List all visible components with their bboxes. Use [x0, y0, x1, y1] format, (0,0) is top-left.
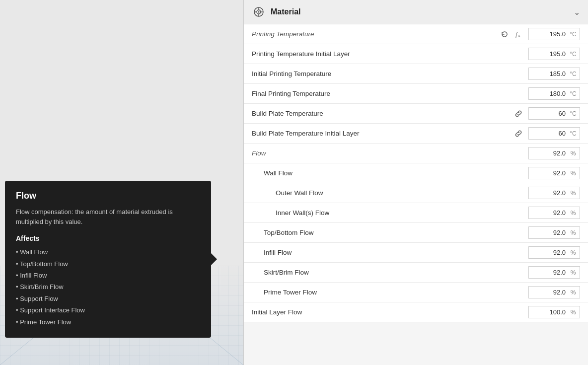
input-wrapper: % [528, 187, 580, 199]
settings-label: Outer Wall Flow [252, 189, 528, 197]
settings-row: Final Printing Temperature°C [244, 84, 588, 104]
settings-label: Build Plate Temperature Initial Layer [252, 130, 513, 137]
unit-label: % [569, 247, 580, 258]
settings-row: Wall Flow% [244, 163, 588, 183]
settings-label: Skirt/Brim Flow [252, 269, 528, 276]
row-actions [513, 108, 524, 120]
settings-label: Initial Layer Flow [252, 308, 528, 316]
link-icon[interactable] [513, 108, 524, 120]
link-icon[interactable] [513, 128, 524, 140]
section-title-material: Material [271, 7, 574, 16]
settings-panel: Material ⌄ Printing Temperature f x °CPr… [243, 0, 588, 365]
settings-row: Printing Temperature Initial Layer°C [244, 44, 588, 64]
settings-label: Build Plate Temperature [252, 110, 513, 117]
settings-label: Prime Tower Flow [252, 289, 528, 296]
tooltip-affects-item: Top/Bottom Flow [16, 258, 200, 270]
tooltip-description: Flow compensation: the amount of materia… [16, 207, 200, 226]
settings-row: Build Plate Temperature Initial Layer °C [244, 124, 588, 144]
settings-label: Inner Wall(s) Flow [252, 209, 528, 217]
settings-label: Flow [252, 149, 528, 157]
settings-row: Build Plate Temperature °C [244, 104, 588, 124]
unit-label: % [569, 287, 580, 298]
chevron-down-icon: ⌄ [574, 7, 580, 17]
input-wrapper: % [528, 207, 580, 219]
settings-label: Initial Printing Temperature [252, 70, 528, 77]
input-wrapper: % [528, 147, 580, 159]
tooltip-affects-item: Wall Flow [16, 246, 200, 258]
settings-label: Printing Temperature [252, 30, 499, 38]
input-wrapper: % [528, 266, 580, 279]
input-wrapper: °C [528, 107, 580, 120]
value-input[interactable] [529, 227, 569, 238]
settings-row: Flow% [244, 144, 588, 163]
input-wrapper: % [528, 286, 580, 298]
settings-row: Infill Flow% [244, 243, 588, 263]
value-input[interactable] [529, 267, 569, 278]
settings-rows-container: Printing Temperature f x °CPrinting Temp… [244, 24, 588, 322]
unit-label: °C [569, 128, 580, 139]
value-input[interactable] [529, 207, 569, 219]
unit-label: % [569, 208, 580, 219]
unit-label: % [569, 227, 580, 238]
settings-label: Final Printing Temperature [252, 90, 528, 97]
settings-row: Initial Layer Flow% [244, 302, 588, 322]
material-icon [252, 5, 266, 19]
value-input[interactable] [529, 68, 569, 79]
settings-row: Initial Printing Temperature°C [244, 64, 588, 84]
unit-label: °C [569, 88, 580, 99]
value-input[interactable] [529, 128, 569, 139]
settings-label: Wall Flow [252, 169, 528, 177]
settings-label: Infill Flow [252, 249, 528, 256]
input-wrapper: % [528, 226, 580, 239]
input-wrapper: % [528, 167, 580, 179]
settings-row: Inner Wall(s) Flow% [244, 203, 588, 223]
value-input[interactable] [529, 247, 569, 258]
value-input[interactable] [529, 48, 569, 60]
input-wrapper: °C [528, 48, 580, 60]
formula-icon[interactable]: f x [513, 28, 524, 40]
input-wrapper: % [528, 246, 580, 259]
settings-row: Skirt/Brim Flow% [244, 263, 588, 283]
settings-label: Top/Bottom Flow [252, 229, 528, 236]
input-wrapper: °C [528, 87, 580, 100]
tooltip-title: Flow [16, 191, 200, 201]
input-wrapper: °C [528, 68, 580, 80]
reset-icon[interactable] [499, 28, 511, 40]
row-actions [513, 128, 524, 140]
settings-row: Top/Bottom Flow% [244, 223, 588, 243]
unit-label: °C [569, 49, 580, 60]
3d-viewport[interactable]: Flow Flow compensation: the amount of ma… [0, 0, 243, 365]
value-input[interactable] [529, 287, 569, 298]
tooltip-affects-item: Infill Flow [16, 270, 200, 281]
unit-label: % [569, 148, 580, 159]
input-wrapper: % [528, 306, 580, 318]
settings-row: Outer Wall Flow% [244, 183, 588, 203]
unit-label: °C [569, 69, 580, 79]
settings-row: Printing Temperature f x °C [244, 24, 588, 44]
flow-tooltip: Flow Flow compensation: the amount of ma… [5, 181, 211, 338]
row-actions: f x [499, 28, 524, 40]
settings-label: Printing Temperature Initial Layer [252, 50, 528, 58]
value-input[interactable] [529, 167, 569, 179]
value-input[interactable] [529, 306, 569, 318]
unit-label: °C [569, 29, 580, 40]
unit-label: % [569, 188, 580, 199]
svg-text:x: x [518, 33, 520, 38]
material-section-header[interactable]: Material ⌄ [244, 0, 588, 24]
settings-row: Prime Tower Flow% [244, 283, 588, 302]
tooltip-affects-item: Support Interface Flow [16, 304, 200, 316]
tooltip-affects-item: Support Flow [16, 293, 200, 304]
value-input[interactable] [529, 28, 569, 40]
tooltip-affects-list: Wall FlowTop/Bottom FlowInfill FlowSkirt… [16, 246, 200, 328]
unit-label: % [569, 168, 580, 179]
value-input[interactable] [529, 147, 569, 159]
tooltip-affects-item: Prime Tower Flow [16, 316, 200, 328]
value-input[interactable] [529, 187, 569, 199]
svg-point-5 [258, 11, 260, 13]
value-input[interactable] [529, 108, 569, 119]
unit-label: % [569, 267, 580, 278]
input-wrapper: °C [528, 28, 580, 40]
tooltip-affects-item: Skirt/Brim Flow [16, 281, 200, 292]
value-input[interactable] [529, 88, 569, 99]
unit-label: °C [569, 108, 580, 119]
